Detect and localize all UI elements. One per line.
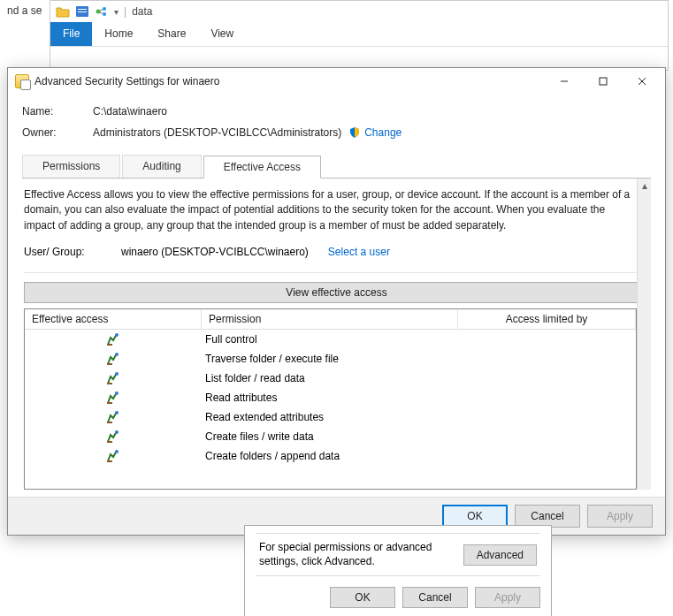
owner-label: Owner:	[22, 126, 93, 139]
table-row[interactable]: Read attributes	[25, 388, 636, 407]
granted-icon	[106, 449, 120, 463]
ribbon-tab-share[interactable]: Share	[145, 22, 198, 46]
table-row[interactable]: List folder / read data	[25, 369, 636, 388]
permission-cell: Read extended attributes	[202, 411, 458, 423]
usergroup-value: winaero (DESKTOP-VCIBLCC\winaero)	[121, 246, 309, 258]
prop-apply-button[interactable]: Apply	[475, 587, 540, 608]
tab-effective-access[interactable]: Effective Access	[203, 156, 321, 179]
name-label: Name:	[22, 105, 93, 118]
svg-rect-23	[107, 441, 112, 443]
advanced-security-dialog: Advanced Security Settings for winaero N…	[7, 67, 666, 536]
qat-dropdown-icon[interactable]: ▾	[114, 7, 119, 17]
advanced-hint-text: For special permissions or advanced sett…	[259, 541, 454, 568]
granted-icon	[106, 352, 120, 366]
permission-cell: Create files / write data	[202, 430, 458, 443]
granted-icon	[106, 391, 120, 405]
svg-rect-1	[78, 9, 87, 10]
svg-rect-15	[107, 363, 112, 365]
svg-point-24	[115, 450, 119, 453]
ribbon-tab-home[interactable]: Home	[92, 22, 145, 46]
svg-point-22	[115, 430, 119, 434]
shield-icon	[348, 126, 361, 139]
explorer-ribbon: File Home Share View	[50, 22, 668, 47]
prop-cancel-button[interactable]: Cancel	[402, 587, 468, 608]
granted-icon	[106, 332, 120, 346]
svg-point-14	[115, 353, 119, 356]
svg-line-7	[100, 12, 103, 14]
permission-cell: Traverse folder / execute file	[202, 353, 458, 365]
usergroup-label: User/ Group:	[24, 246, 112, 258]
svg-rect-17	[107, 383, 112, 384]
granted-icon	[106, 430, 120, 444]
name-value: C:\data\winaero	[93, 105, 167, 118]
explorer-title-text: data	[132, 5, 152, 18]
svg-rect-25	[107, 460, 112, 462]
granted-icon	[106, 410, 120, 424]
scroll-up-icon[interactable]: ▴	[638, 179, 651, 193]
svg-point-20	[115, 411, 119, 414]
tab-auditing[interactable]: Auditing	[122, 155, 201, 178]
table-row[interactable]: Create folders / append data	[25, 446, 636, 466]
svg-rect-19	[107, 402, 112, 404]
apply-button[interactable]: Apply	[587, 505, 653, 528]
effective-access-panel: ▴ Effective Access allows you to view th…	[22, 179, 651, 490]
svg-point-4	[103, 7, 106, 11]
svg-rect-9	[600, 78, 607, 85]
permission-cell: Full control	[202, 333, 458, 346]
dialog-title: Advanced Security Settings for winaero	[34, 75, 545, 87]
svg-rect-21	[107, 422, 112, 423]
svg-point-16	[115, 372, 119, 376]
prop-ok-button[interactable]: OK	[330, 587, 395, 608]
granted-icon	[106, 371, 120, 385]
folder-icon	[56, 5, 70, 18]
ribbon-tab-view[interactable]: View	[198, 22, 246, 46]
permission-cell: Create folders / append data	[202, 450, 458, 462]
permission-cell: List folder / read data	[202, 372, 458, 384]
security-folder-icon	[15, 74, 29, 88]
find-bar-fragment: nd a se	[0, 0, 49, 21]
col-effective-access[interactable]: Effective access	[25, 309, 202, 329]
titlebar-separator: |	[124, 5, 126, 18]
table-row[interactable]: Traverse folder / execute file	[25, 349, 636, 369]
svg-point-12	[115, 333, 119, 337]
col-permission[interactable]: Permission	[202, 309, 458, 329]
svg-line-6	[100, 10, 103, 11]
qat-share-icon[interactable]	[95, 5, 109, 18]
table-row[interactable]: Create files / write data	[25, 427, 636, 446]
tab-permissions[interactable]: Permissions	[22, 155, 120, 178]
minimize-button[interactable]	[545, 69, 584, 94]
dialog-tabs: Permissions Auditing Effective Access	[22, 155, 651, 179]
close-button[interactable]	[623, 69, 662, 94]
panel-scrollbar[interactable]: ▴	[637, 179, 651, 490]
advanced-button[interactable]: Advanced	[463, 544, 537, 566]
svg-point-5	[103, 12, 106, 16]
svg-point-18	[115, 392, 119, 395]
explorer-window: ▾ | data File Home Share View	[50, 0, 669, 71]
maximize-button[interactable]	[584, 69, 623, 94]
table-row[interactable]: Read extended attributes	[25, 407, 636, 427]
ribbon-tab-file[interactable]: File	[50, 22, 92, 46]
grid-header: Effective access Permission Access limit…	[25, 309, 636, 330]
view-effective-access-button[interactable]: View effective access	[24, 282, 649, 303]
change-owner-link[interactable]: Change	[364, 126, 402, 139]
effective-access-grid: Effective access Permission Access limit…	[24, 308, 637, 490]
select-user-link[interactable]: Select a user	[328, 246, 390, 258]
qat-properties-icon[interactable]	[75, 5, 89, 18]
svg-point-3	[96, 10, 101, 14]
col-access-limited-by[interactable]: Access limited by	[458, 309, 636, 329]
svg-rect-13	[107, 344, 112, 346]
explorer-titlebar: ▾ | data	[50, 1, 668, 22]
properties-dialog-fragment: For special permissions or advanced sett…	[244, 525, 552, 616]
svg-rect-2	[78, 11, 87, 12]
table-row[interactable]: Full control	[25, 330, 636, 349]
permission-cell: Read attributes	[202, 392, 458, 404]
divider	[24, 272, 649, 273]
owner-value: Administrators (DESKTOP-VCIBLCC\Administ…	[93, 126, 341, 139]
effective-access-description: Effective Access allows you to view the …	[24, 187, 649, 233]
dialog-titlebar: Advanced Security Settings for winaero	[8, 68, 665, 95]
